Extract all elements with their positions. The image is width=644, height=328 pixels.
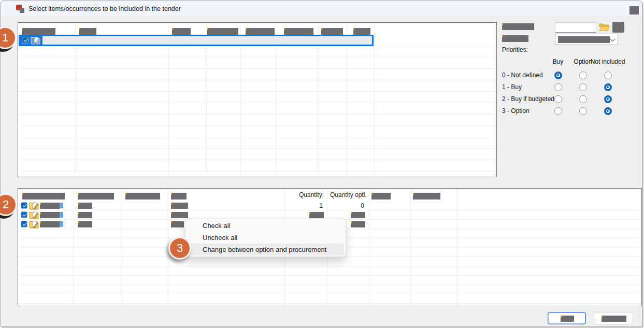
redacted-column-header[interactable]	[413, 193, 440, 199]
item-row[interactable]: 1 0	[18, 201, 641, 210]
redacted-column-header[interactable]	[172, 28, 191, 35]
radio-3-option-buy[interactable]	[554, 107, 562, 115]
redacted-column-header[interactable]	[353, 28, 370, 35]
row-gridlines	[18, 35, 496, 177]
radio-0-not-defined-option[interactable]	[579, 72, 587, 79]
dropdown-select[interactable]	[555, 34, 618, 45]
redacted-cell	[78, 203, 92, 209]
redacted-quantity-option	[351, 212, 365, 218]
radio-1-buy-option[interactable]	[579, 83, 587, 91]
redacted-button-label	[602, 316, 626, 322]
row-checkbox[interactable]	[21, 211, 27, 218]
redacted-item-name	[60, 203, 63, 208]
priority-row: 2 - Buy if budgeted	[502, 95, 643, 103]
annotation-badge-3: 3	[168, 237, 191, 260]
radio-3-option-not-included[interactable]	[604, 107, 612, 115]
window-control-redacted[interactable]	[629, 6, 639, 15]
app-icon	[16, 5, 25, 13]
redacted-item-name	[60, 212, 63, 218]
radio-0-not-defined-buy[interactable]	[554, 72, 562, 79]
menu-item-check-all[interactable]: Check all	[185, 220, 346, 232]
redacted-column-header[interactable]	[371, 193, 391, 199]
redacted-quantity	[309, 212, 324, 218]
quantity-column-header[interactable]: Quantity:	[284, 191, 324, 198]
radio-0-not-defined-not-included[interactable]	[604, 72, 612, 79]
priority-row-label: 2 - Buy if budgeted	[502, 95, 554, 103]
menu-item-change-between-option-and-procurement[interactable]: Change between option and procurement	[187, 244, 344, 255]
redacted-cell	[78, 221, 92, 227]
selected-occurrence-row[interactable]	[19, 35, 374, 46]
ok-button[interactable]	[548, 312, 586, 324]
priority-row-label: 3 - Option	[502, 107, 529, 115]
radio-2-buy-if-budgeted-not-included[interactable]	[604, 95, 612, 103]
quantity-value: 1	[284, 202, 323, 209]
redacted-item-name	[40, 221, 60, 227]
radio-2-buy-if-budgeted-option[interactable]	[579, 95, 587, 103]
radio-3-option-option[interactable]	[579, 107, 587, 115]
tender-selection-dialog: Select items/occurrences to be included …	[0, 0, 642, 327]
redacted-cell	[171, 221, 184, 227]
redacted-column-header[interactable]	[79, 28, 96, 35]
folder-edit-icon	[29, 211, 39, 219]
matrix-column-label: Not included	[591, 58, 625, 65]
dialog-title: Select items/occurrences to be included …	[28, 5, 181, 12]
row-checkbox[interactable]	[21, 202, 27, 209]
redacted-button[interactable]	[612, 22, 624, 33]
redacted-column-header[interactable]	[207, 28, 238, 35]
cancel-button[interactable]	[594, 312, 633, 324]
matrix-column-label: Option	[574, 58, 592, 65]
redacted-row-text	[42, 36, 372, 45]
priority-matrix-header: BuyOptionNot included	[502, 58, 643, 65]
redacted-column-header[interactable]	[22, 193, 65, 199]
redacted-column-header[interactable]	[246, 28, 275, 35]
radio-2-buy-if-budgeted-buy[interactable]	[554, 95, 562, 103]
folder-edit-icon	[29, 220, 39, 229]
menu-item-uncheck-all[interactable]: Uncheck all	[185, 232, 346, 244]
quantity-option-column-header[interactable]: Quantity opti...	[330, 191, 367, 198]
radio-1-buy-buy[interactable]	[554, 83, 562, 91]
redacted-column-header[interactable]	[78, 193, 114, 199]
redacted-cell	[78, 212, 92, 218]
folder-edit-icon	[29, 202, 39, 210]
redacted-quantity-option	[351, 221, 365, 227]
context-menu: Check allUncheck allChange between optio…	[185, 218, 346, 257]
redacted-column-header[interactable]	[321, 28, 343, 35]
chevron-down-icon	[610, 37, 616, 42]
redacted-button-label	[561, 316, 574, 322]
redacted-column-header[interactable]	[125, 193, 160, 199]
screenshot-stage: Select items/occurrences to be included …	[0, 0, 644, 328]
redacted-selected-value	[558, 36, 610, 43]
row-checkbox[interactable]	[21, 221, 27, 227]
priority-row-label: 1 - Buy	[502, 83, 522, 91]
redacted-field-label	[502, 35, 528, 42]
folder-edit-icon	[31, 36, 40, 45]
redacted-item-name	[40, 212, 60, 218]
priorities-label: Priorities:	[502, 46, 528, 53]
matrix-column-label: Buy	[553, 58, 564, 65]
redacted-cell	[171, 203, 188, 209]
priority-row: 3 - Option	[502, 107, 643, 115]
occurrences-table[interactable]	[18, 22, 497, 177]
title-bar: Select items/occurrences to be included …	[1, 1, 642, 17]
row-checkbox[interactable]	[22, 37, 28, 44]
browse-folder-icon[interactable]	[598, 22, 610, 33]
redacted-column-header[interactable]	[22, 28, 55, 35]
redacted-column-header[interactable]	[171, 193, 187, 199]
redacted-field-label	[502, 23, 534, 30]
tender-options-panel: Priorities: BuyOptionNot included 0 - No…	[502, 21, 643, 121]
redacted-cell	[171, 212, 188, 218]
priority-row-label: 0 - Not defined	[502, 72, 543, 79]
redacted-item-name	[60, 221, 63, 227]
priority-row: 0 - Not defined	[502, 71, 643, 79]
redacted-item-name	[40, 203, 60, 209]
path-input[interactable]	[555, 22, 596, 33]
redacted-column-header[interactable]	[284, 28, 313, 35]
priority-row: 1 - Buy	[502, 83, 643, 91]
quantity-option-value: 0	[330, 202, 364, 209]
radio-1-buy-not-included[interactable]	[604, 83, 612, 91]
